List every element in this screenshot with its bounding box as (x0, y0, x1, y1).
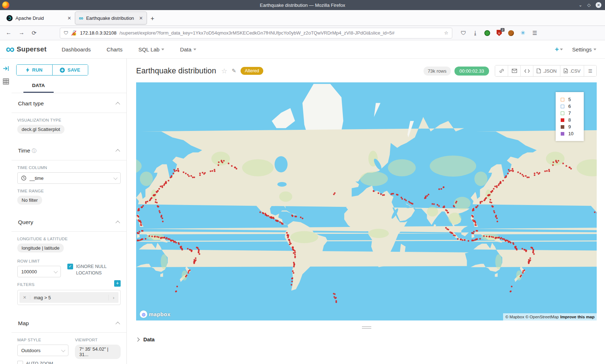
legend-item-5[interactable]: 5 (561, 96, 584, 103)
export-csv-button[interactable]: .CSV (560, 65, 584, 76)
email-button[interactable] (508, 65, 520, 76)
file-icon (537, 68, 541, 73)
edit-properties-icon[interactable]: ✎ (232, 68, 236, 74)
tab-apache-druid[interactable]: Apache Druid ✕ (3, 12, 75, 24)
legend-swatch-icon (561, 112, 564, 115)
save-button[interactable]: SAVE (52, 65, 88, 75)
favorite-star-icon[interactable]: ☆ (221, 67, 227, 75)
deckgl-scatter-map[interactable]: 5678910 ◍ mapbox © Mapbox © OpenStreetMa… (136, 82, 597, 320)
viz-type-label: VISUALIZATION TYPE (17, 118, 121, 122)
tab-earthquake-distribution[interactable]: ∞ Earthquake distribution ✕ (75, 12, 147, 24)
filter-chip[interactable]: ✕ mag > 5 › (19, 292, 118, 303)
settings-menu[interactable]: Settings (572, 46, 596, 53)
world-map (136, 82, 597, 320)
window-maximize-icon[interactable]: ◇ (587, 3, 591, 8)
map-legend: 5678910 (556, 92, 584, 141)
filters-label: FILTERS (17, 282, 35, 287)
chevron-down-icon (61, 348, 65, 352)
map-style-select[interactable]: Outdoors (17, 345, 68, 356)
time-range-value[interactable]: No filter (17, 196, 42, 205)
nav-item-charts[interactable]: Charts (107, 46, 122, 53)
ignore-null-checkbox[interactable]: ✓ (67, 264, 73, 269)
window-titlebar: Earthquake distribution — Mozilla Firefo… (0, 0, 605, 10)
data-panel-toggle[interactable]: Data (136, 334, 597, 345)
nav-item-sql-lab[interactable]: SQL Lab (138, 46, 164, 53)
window-minimize-icon[interactable]: ⌄ (579, 3, 582, 8)
url-bar[interactable]: 🛡 🔓 172.18.0.3:32108 /superset/explore/?… (60, 28, 452, 38)
embed-code-button[interactable] (520, 65, 533, 76)
run-button[interactable]: RUN (17, 65, 52, 75)
chart-menu-button[interactable]: ☰ (584, 65, 596, 76)
lonlat-value[interactable]: longitude | latitude (17, 244, 64, 252)
pocket-shield-icon[interactable]: 🛡 (460, 30, 467, 36)
superset-logo[interactable]: ∞ Superset (6, 44, 46, 54)
chevron-right-icon (135, 337, 139, 341)
sea-hudson-bay (274, 156, 287, 172)
lightning-icon (26, 68, 30, 72)
chevron-down-icon (54, 269, 58, 273)
viewport-label: VIEWPORT (75, 338, 121, 342)
expand-filter-icon[interactable]: › (108, 295, 118, 300)
ublock-icon[interactable]: u2 (496, 30, 502, 36)
export-json-button[interactable]: .JSON (533, 65, 560, 76)
legend-swatch-icon (561, 125, 564, 129)
window-close-icon[interactable]: ✕ (596, 2, 601, 8)
add-new-button[interactable]: + (555, 45, 563, 53)
auto-zoom-checkbox[interactable] (17, 361, 23, 364)
collapse-datasource-icon[interactable] (3, 66, 9, 71)
time-column-select[interactable]: __time (17, 172, 121, 184)
chevron-down-icon (113, 176, 117, 180)
section-header-query[interactable]: Query (17, 212, 121, 231)
section-header-time[interactable]: Time ⓘ (17, 140, 121, 160)
legend-swatch-icon (561, 98, 564, 101)
section-header-map[interactable]: Map (17, 313, 121, 332)
legend-label: 9 (568, 124, 571, 129)
new-tab-button[interactable]: + (151, 15, 154, 23)
legend-item-6[interactable]: 6 (561, 103, 584, 109)
legend-label: 8 (568, 117, 571, 123)
mapbox-logo[interactable]: ◍ mapbox (140, 310, 171, 318)
nav-item-dashboards[interactable]: Dashboards (62, 46, 91, 53)
mapbox-logo-icon: ◍ (140, 310, 147, 318)
window-title: Earthquake distribution — Mozilla Firefo… (0, 3, 605, 8)
legend-item-10[interactable]: 10 (561, 131, 584, 137)
map-attribution: © Mapbox © OpenStreetMap Improve this ma… (503, 313, 597, 320)
superset-navbar: ∞ Superset DashboardsChartsSQL LabData +… (0, 40, 605, 59)
privacy-extension-icon[interactable] (484, 30, 490, 36)
forward-button[interactable]: → (19, 29, 24, 36)
add-filter-button[interactable]: + (114, 280, 121, 287)
reload-button[interactable]: ⟳ (32, 29, 36, 36)
cookie-extension-icon[interactable] (508, 30, 514, 36)
nav-item-data[interactable]: Data (180, 46, 196, 53)
legend-item-8[interactable]: 8 (561, 117, 584, 123)
improve-map-link[interactable]: Improve this map (560, 315, 595, 319)
downloads-icon[interactable]: ⭳ (472, 30, 479, 36)
legend-item-7[interactable]: 7 (561, 110, 584, 116)
sea-caspian-sea (405, 183, 410, 196)
control-panel: RUN SAVE DATA Chart type VISUALIZATION T… (12, 59, 127, 364)
shield-icon[interactable]: 🛡 (64, 30, 68, 36)
filter-value: mag > 5 (30, 295, 108, 300)
section-time: Time ⓘ (12, 140, 126, 160)
panel-resize-handle[interactable] (362, 326, 371, 329)
bookmark-star-icon[interactable]: ☆ (444, 30, 448, 36)
left-icon-rail (0, 59, 12, 364)
query-timer-badge: 00:00:02.33 (454, 67, 489, 76)
viewport-value[interactable]: 7° 35' 54.02" | 31... (75, 345, 121, 359)
tab-close-icon[interactable]: ✕ (139, 15, 143, 21)
remove-filter-icon[interactable]: ✕ (19, 295, 30, 300)
menu-icon[interactable]: ☰ (532, 30, 538, 36)
tab-data[interactable]: DATA (23, 83, 54, 93)
viz-type-value[interactable]: deck.gl Scatterplot (17, 125, 64, 134)
attribution-text[interactable]: © Mapbox © OpenStreetMap (505, 315, 559, 319)
tab-label: Earthquake distribution (86, 15, 134, 21)
legend-item-9[interactable]: 9 (561, 124, 584, 130)
insecure-lock-icon[interactable]: 🔓 (71, 30, 77, 36)
tab-close-icon[interactable]: ✕ (67, 15, 71, 21)
section-header-chart-type[interactable]: Chart type (17, 93, 121, 113)
copy-link-button[interactable] (495, 65, 508, 76)
row-limit-select[interactable]: 100000 (17, 266, 61, 277)
dataset-grid-icon[interactable] (3, 78, 9, 85)
asterisk-extension-icon[interactable]: ✳ (520, 30, 526, 36)
back-button[interactable]: ← (6, 29, 12, 36)
